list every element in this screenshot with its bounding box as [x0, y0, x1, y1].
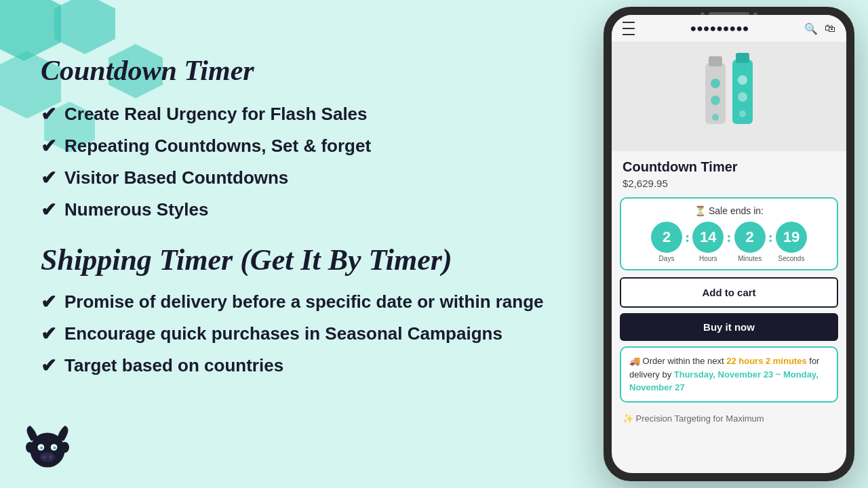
sale-label: ⏳ Sale ends in: [629, 205, 829, 216]
precision-text: ✨ Precision Targeting for Maximum [612, 408, 846, 429]
svg-point-17 [738, 75, 747, 85]
menu-icon[interactable] [623, 20, 635, 37]
colon-separator: : [768, 228, 773, 246]
svg-rect-11 [709, 56, 722, 66]
minutes-value: 2 [734, 222, 766, 253]
svg-point-5 [40, 452, 55, 462]
countdown-title: Countdown Timer [41, 54, 556, 87]
timer-days: 2 Days [651, 222, 682, 262]
svg-point-4 [53, 446, 56, 449]
add-to-cart-button[interactable]: Add to cart [620, 277, 838, 308]
svg-point-19 [739, 110, 746, 117]
hours-value: 14 [692, 222, 724, 253]
days-value: 2 [651, 222, 682, 253]
feature-item: ✔ Promise of delivery before a specific … [41, 291, 556, 313]
feature-item: ✔ Numerous Styles [41, 199, 556, 221]
feature-item: ✔ Encourage quick purchases in Seasonal … [41, 323, 556, 345]
search-icon[interactable]: 🔍 [804, 22, 818, 35]
bull-logo [20, 420, 75, 474]
seconds-label: Seconds [778, 255, 805, 262]
seconds-value: 19 [776, 222, 807, 253]
hamburger-icon [623, 20, 635, 37]
minutes-label: Minutes [738, 255, 762, 262]
cart-icon[interactable]: 🛍 [825, 22, 835, 35]
shipping-timer-box: 🚚 Order within the next 22 hours 2 minut… [620, 346, 838, 403]
product-info: Countdown Timer $2,629.95 [612, 151, 846, 189]
product-visual [668, 49, 790, 144]
svg-point-7 [49, 455, 52, 459]
colon-separator: : [726, 228, 731, 246]
shipping-title: Shipping Timer (Get It By Timer) [41, 243, 556, 277]
check-icon: ✔ [41, 354, 56, 377]
product-image [612, 43, 846, 151]
check-icon: ✔ [41, 103, 56, 125]
countdown-display: 2 Days : 14 Hours : 2 Minutes : [629, 222, 829, 262]
countdown-timer-box: ⏳ Sale ends in: 2 Days : 14 Hours : 2 Mi… [620, 197, 838, 270]
check-icon: ✔ [41, 135, 56, 157]
store-logo: ●●●●●●●●● [690, 22, 749, 35]
topbar-actions: 🔍 🛍 [804, 22, 835, 35]
timer-minutes: 2 Minutes [734, 222, 766, 262]
check-icon: ✔ [41, 323, 56, 345]
colon-separator: : [685, 228, 690, 246]
timer-seconds: 19 Seconds [776, 222, 807, 262]
svg-rect-16 [736, 53, 749, 63]
svg-point-9 [60, 442, 69, 453]
feature-item: ✔ Repeating Countdowns, Set & forget [41, 135, 556, 157]
phone-frame: ●●●●●●●●● 🔍 🛍 [604, 7, 854, 481]
check-icon: ✔ [41, 199, 56, 221]
feature-item: ✔ Visitor Based Countdowns [41, 167, 556, 189]
svg-point-12 [711, 79, 720, 88]
phone-screen: ●●●●●●●●● 🔍 🛍 [612, 15, 846, 473]
timer-hours: 14 Hours [692, 222, 724, 262]
buy-now-button[interactable]: Buy it now [620, 313, 838, 341]
svg-point-3 [40, 446, 43, 449]
check-icon: ✔ [41, 167, 56, 189]
svg-point-14 [712, 114, 719, 121]
hours-label: Hours [699, 255, 717, 262]
product-price: $2,629.95 [623, 178, 835, 189]
product-name: Countdown Timer [623, 159, 835, 175]
phone-mockup: ●●●●●●●●● 🔍 🛍 [604, 7, 854, 481]
countdown-features: ✔ Create Real Urgency for Flash Sales ✔ … [41, 103, 556, 221]
svg-point-8 [26, 442, 35, 453]
svg-point-13 [711, 96, 720, 105]
left-panel: Countdown Timer ✔ Create Real Urgency fo… [41, 54, 556, 386]
phone-topbar: ●●●●●●●●● 🔍 🛍 [612, 15, 846, 43]
shipping-features: ✔ Promise of delivery before a specific … [41, 291, 556, 377]
days-label: Days [659, 255, 675, 262]
feature-item: ✔ Target based on countries [41, 354, 556, 377]
svg-point-18 [738, 92, 747, 102]
shipping-time-highlight: 22 hours 2 minutes [726, 356, 806, 366]
shipping-prefix: 🚚 Order within the next [629, 356, 726, 366]
svg-point-6 [43, 455, 46, 459]
feature-item: ✔ Create Real Urgency for Flash Sales [41, 103, 556, 125]
check-icon: ✔ [41, 291, 56, 313]
